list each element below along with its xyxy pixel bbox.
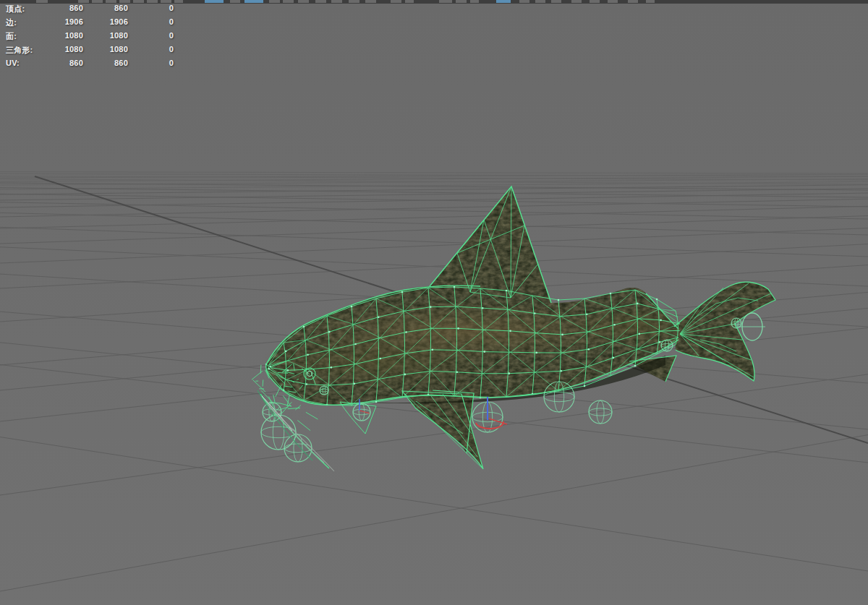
toolbar-button-icon[interactable] <box>331 0 342 3</box>
stats-value: 0 <box>129 45 174 53</box>
stats-value: 0 <box>129 31 174 40</box>
stats-value: 1080 <box>85 31 128 40</box>
toolbar-button-icon[interactable] <box>365 0 376 3</box>
toolbar-button-icon[interactable] <box>608 0 618 3</box>
stats-row-triangles: 三角形: 1080 1080 0 <box>0 43 217 57</box>
toolbar-active-button-icon[interactable] <box>244 0 263 3</box>
stats-row-faces: 面: 1080 1080 0 <box>0 30 217 43</box>
stats-label: 边: <box>6 17 17 28</box>
stats-value: 860 <box>40 4 83 12</box>
toolbar-button-icon[interactable] <box>519 0 529 3</box>
stats-row-edges: 边: 1906 1906 0 <box>0 16 217 30</box>
toolbar-button-icon[interactable] <box>646 0 655 3</box>
stats-label: 面: <box>6 31 17 42</box>
stats-row-uv: UV: 860 860 0 <box>0 57 217 71</box>
stats-value: 0 <box>129 17 174 26</box>
stats-row-vertices: 顶点: 860 860 0 <box>0 2 217 16</box>
toolbar-button-icon[interactable] <box>535 0 545 3</box>
stats-value: 0 <box>129 4 174 12</box>
stats-value: 1080 <box>85 45 128 53</box>
stats-value: 860 <box>85 59 128 67</box>
stats-value: 1906 <box>40 17 83 26</box>
toolbar-button-icon[interactable] <box>590 0 600 3</box>
stats-value: 1080 <box>40 45 83 53</box>
toolbar-button-icon[interactable] <box>298 0 309 3</box>
toolbar-button-icon[interactable] <box>230 0 240 3</box>
toolbar-button-icon[interactable] <box>391 0 401 3</box>
poly-stats-overlay: 顶点: 860 860 0 边: 1906 1906 0 面: 1080 108… <box>0 2 217 71</box>
stats-label: 顶点: <box>6 4 25 14</box>
stats-value: 1906 <box>85 17 128 26</box>
toolbar-button-icon[interactable] <box>571 0 582 3</box>
toolbar-button-icon[interactable] <box>405 0 414 3</box>
toolbar-button-icon[interactable] <box>456 0 467 3</box>
stats-value: 1080 <box>40 31 83 40</box>
toolbar-button-icon[interactable] <box>315 0 326 3</box>
toolbar-button-icon[interactable] <box>628 0 638 3</box>
stats-value: 860 <box>85 4 128 12</box>
toolbar-button-icon[interactable] <box>439 0 452 3</box>
stats-value: 860 <box>40 59 83 67</box>
stats-value: 0 <box>129 59 174 67</box>
toolbar-active-button-icon[interactable] <box>496 0 511 3</box>
toolbar-button-icon[interactable] <box>269 0 280 3</box>
toolbar-button-icon[interactable] <box>551 0 561 3</box>
toolbar-button-icon[interactable] <box>349 0 359 3</box>
stats-label: 三角形: <box>6 45 33 56</box>
toolbar-button-icon[interactable] <box>470 0 479 3</box>
viewport-3d[interactable] <box>0 0 868 605</box>
toolbar-button-icon[interactable] <box>283 0 294 3</box>
stats-label: UV: <box>6 59 20 67</box>
